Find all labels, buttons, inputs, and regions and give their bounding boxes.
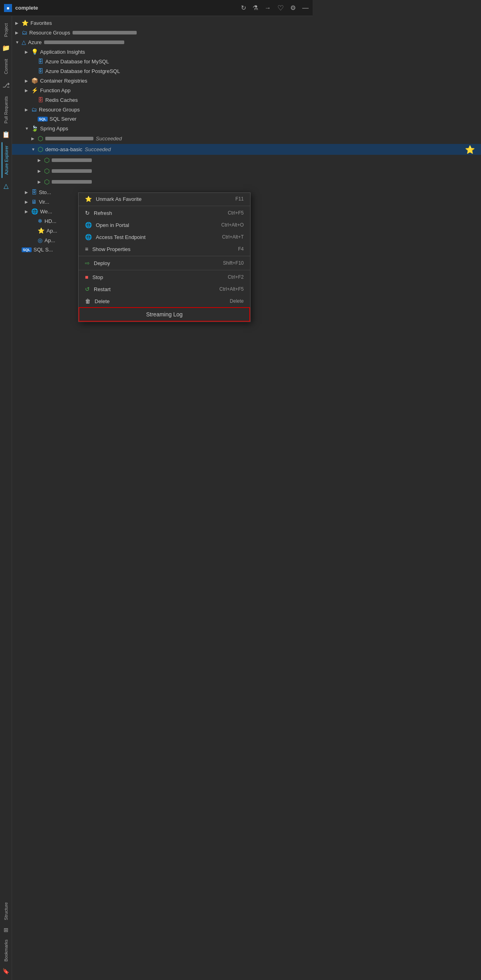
sidebar-tab-azure-explorer[interactable]: Azure Explorer xyxy=(2,142,10,178)
menu-item-show-properties[interactable]: ≡ Show Properties F4 xyxy=(79,243,250,255)
properties-icon: ≡ xyxy=(85,246,88,252)
chevron-favorites: ▶ xyxy=(15,21,22,25)
sidebar-icon-pull-requests[interactable]: 📋 xyxy=(2,128,10,141)
context-menu: ⭐ Unmark As Favorite F11 ↻ Refresh Ctrl+… xyxy=(78,192,251,322)
deploy-shortcut: Shift+F10 xyxy=(223,260,244,266)
mysql-label: Azure Database for MySQL xyxy=(45,59,109,65)
storage-label: Sto... xyxy=(39,189,51,195)
favorites-icon: ⭐ xyxy=(22,20,28,26)
menu-item-delete[interactable]: 🗑 Delete Delete xyxy=(79,295,250,307)
minimize-icon[interactable]: — xyxy=(302,4,309,12)
menu-item-open-portal[interactable]: 🌐 Open in Portal Ctrl+Alt+O xyxy=(79,219,250,231)
tree-item-redis[interactable]: ▶ 🗄 Redis Caches xyxy=(12,95,313,105)
app-icon: ■ xyxy=(4,4,12,12)
mysql-icon: 🗄 xyxy=(38,58,43,65)
unmark-icon: ⭐ xyxy=(85,196,92,202)
chevron-azure: ▼ xyxy=(15,40,22,45)
separator-3 xyxy=(79,270,250,270)
tree-item-app-insights[interactable]: ▶ 💡 Application Insights xyxy=(12,47,313,57)
tree-item-function-app[interactable]: ▶ ⚡ Function App xyxy=(12,85,313,95)
deploy-icon: ⇨ xyxy=(85,260,90,266)
filter-icon[interactable]: ⚗ xyxy=(253,4,258,12)
menu-item-refresh[interactable]: ↻ Refresh Ctrl+F5 xyxy=(79,207,250,219)
chevron-container: ▶ xyxy=(25,79,31,83)
unmark-label: Unmark As Favorite xyxy=(96,196,141,202)
tree-item-spring-sub-2[interactable]: ▶ ⬡ xyxy=(12,166,313,176)
spring-sub-3-icon: ⬡ xyxy=(44,178,50,186)
tree-item-spring-sub-1[interactable]: ▶ ⬡ xyxy=(12,155,313,166)
tree-item-sql-server[interactable]: ▶ SQL SQL Server xyxy=(12,114,313,124)
portal-icon: 🌐 xyxy=(85,222,92,228)
restart-shortcut: Ctrl+Alt+F5 xyxy=(219,286,244,292)
chevron-spring-apps: ▼ xyxy=(25,126,31,131)
favorite-icon[interactable]: ♡ xyxy=(277,4,284,12)
spring-sub-3-label-blurred xyxy=(52,180,92,184)
sql-s-icon: SQL xyxy=(22,247,32,252)
menu-left-unmark: ⭐ Unmark As Favorite xyxy=(85,196,141,202)
tree-item-demo-asa[interactable]: ▼ ⬡ demo-asa-basic Succeeded ⭐ xyxy=(12,144,313,155)
spring-apps-icon: 🍃 xyxy=(31,125,38,132)
tree-item-azure-mysql[interactable]: ▶ 🗄 Azure Database for MySQL xyxy=(12,57,313,66)
sidebar-icon-folder[interactable]: 📁 xyxy=(2,42,10,54)
tree-item-spring-apps[interactable]: ▼ 🍃 Spring Apps xyxy=(12,124,313,133)
menu-item-deploy[interactable]: ⇨ Deploy Shift+F10 xyxy=(79,257,250,269)
menu-item-unmark-favorite[interactable]: ⭐ Unmark As Favorite F11 xyxy=(79,193,250,205)
streaming-log-label: Streaming Log xyxy=(146,311,182,318)
separator-2 xyxy=(79,256,250,256)
tree-item-spring-1[interactable]: ▶ ⬡ Succeeded xyxy=(12,133,313,144)
chevron-storage: ▶ xyxy=(25,190,31,194)
resource-groups-root-blurred xyxy=(73,31,137,34)
menu-item-stop[interactable]: ■ Stop Ctrl+F2 xyxy=(79,271,250,283)
spring-1-status: Succeeded xyxy=(96,136,122,142)
redis-label: Redis Caches xyxy=(45,97,78,103)
resource-groups-root-icon: 🗂 xyxy=(22,29,27,36)
ap1-icon: ⭐ xyxy=(38,227,44,234)
export-icon[interactable]: → xyxy=(265,4,271,12)
tree-item-spring-sub-3[interactable]: ▶ ⬡ xyxy=(12,176,313,187)
chevron-spring-1: ▶ xyxy=(31,136,38,141)
demo-asa-label: demo-asa-basic xyxy=(45,146,83,152)
tree-item-resource-groups-child[interactable]: ▶ 🗂 Resource Groups xyxy=(12,105,313,114)
chevron-spring-sub-3: ▶ xyxy=(38,180,44,184)
app-title: complete xyxy=(15,5,241,11)
chevron-function-app: ▶ xyxy=(25,88,31,93)
tree-item-azure-postgresql[interactable]: ▶ 🗄 Azure Database for PostgreSQL xyxy=(12,66,313,76)
sidebar-tab-commit[interactable]: Commit xyxy=(2,56,10,77)
sidebar-icon-commit[interactable]: ⎇ xyxy=(2,79,10,91)
spring-1-label-blurred xyxy=(45,137,93,140)
sidebar-tab-pull-requests[interactable]: Pull Requests xyxy=(2,93,10,127)
tree-item-favorites[interactable]: ▶ ⭐ Favorites xyxy=(12,18,313,28)
restart-label: Restart xyxy=(94,286,111,292)
tree-item-azure-root[interactable]: ▼ △ Azure xyxy=(12,37,313,47)
chevron-rg-child: ▶ xyxy=(25,107,31,112)
app-insights-label: Application Insights xyxy=(40,49,85,55)
chevron-vm: ▶ xyxy=(25,200,31,204)
menu-item-streaming-log[interactable]: Streaming Log xyxy=(79,307,250,322)
azure-label: Azure xyxy=(28,39,42,45)
delete-shortcut: Delete xyxy=(230,298,244,304)
chevron-spring-sub-1: ▶ xyxy=(38,158,44,162)
menu-item-access-test[interactable]: 🌐 Access Test Endpoint Ctrl+Alt+T xyxy=(79,231,250,243)
resource-groups-root-label: Resource Groups xyxy=(29,30,70,36)
tree-item-container-registries[interactable]: ▶ 📦 Container Registries xyxy=(12,76,313,85)
toolbar-actions: ↻ ⚗ → ♡ ⚙ — xyxy=(241,4,309,12)
restart-icon: ↺ xyxy=(85,286,90,292)
chevron-rg-root: ▶ xyxy=(15,30,22,35)
refresh-menu-icon: ↻ xyxy=(85,210,90,216)
spring-1-icon: ⬡ xyxy=(38,135,43,142)
postgresql-icon: 🗄 xyxy=(38,68,43,74)
settings-icon[interactable]: ⚙ xyxy=(290,4,296,12)
resource-groups-child-label: Resource Groups xyxy=(39,107,80,113)
refresh-icon[interactable]: ↻ xyxy=(241,4,246,12)
properties-label: Show Properties xyxy=(92,246,130,252)
ap2-label: Ap... xyxy=(44,237,55,243)
container-icon: 📦 xyxy=(31,77,38,84)
tree-item-resource-groups-root[interactable]: ▶ 🗂 Resource Groups xyxy=(12,28,313,37)
demo-asa-status: Succeeded xyxy=(85,146,111,152)
explorer-panel: ▶ ⭐ Favorites ▶ 🗂 Resource Groups ▼ △ Az… xyxy=(12,16,313,980)
container-label: Container Registries xyxy=(40,78,87,84)
sidebar-tab-project[interactable]: Project xyxy=(2,20,10,40)
spring-sub-2-icon: ⬡ xyxy=(44,167,50,175)
sidebar-icon-azure[interactable]: △ xyxy=(4,180,8,192)
menu-item-restart[interactable]: ↺ Restart Ctrl+Alt+F5 xyxy=(79,283,250,295)
